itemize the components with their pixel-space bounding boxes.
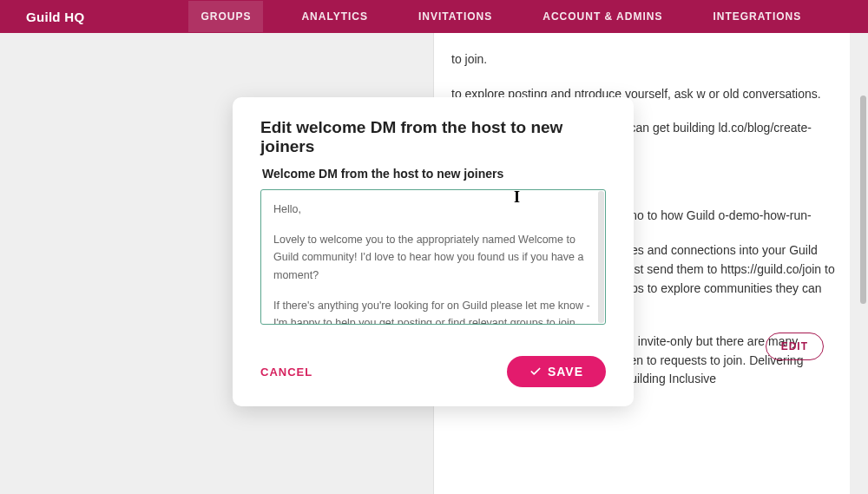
- brand-title: Guild HQ: [26, 10, 84, 24]
- edit-button[interactable]: EDIT: [766, 333, 824, 360]
- nav-groups[interactable]: GROUPS: [188, 1, 263, 32]
- body-text: to join.: [451, 50, 841, 69]
- edit-welcome-dm-modal: Edit welcome DM from the host to new joi…: [233, 97, 634, 406]
- nav-analytics[interactable]: ANALYTICS: [289, 1, 380, 32]
- nav-tabs: GROUPS ANALYTICS INVITATIONS ACCOUNT & A…: [188, 1, 813, 32]
- textarea-line: Hello,: [273, 201, 593, 219]
- page-scrollbar[interactable]: [860, 96, 866, 304]
- save-button-label: SAVE: [548, 365, 583, 379]
- nav-invitations[interactable]: INVITATIONS: [406, 1, 504, 32]
- nav-account-admins[interactable]: ACCOUNT & ADMINS: [530, 1, 674, 32]
- check-icon: [529, 366, 542, 378]
- modal-field-label: Welcome DM from the host to new joiners: [262, 167, 606, 181]
- save-button[interactable]: SAVE: [507, 356, 606, 387]
- modal-title: Edit welcome DM from the host to new joi…: [260, 118, 606, 156]
- textarea-line: If there's anything you're looking for o…: [273, 297, 593, 326]
- modal-actions: CANCEL SAVE: [260, 356, 606, 387]
- top-nav: Guild HQ GROUPS ANALYTICS INVITATIONS AC…: [0, 0, 868, 33]
- nav-integrations[interactable]: INTEGRATIONS: [700, 1, 813, 32]
- cancel-button[interactable]: CANCEL: [260, 366, 312, 379]
- textarea-scrollbar[interactable]: [598, 191, 604, 323]
- textarea-line: Lovely to welcome you to the appropriate…: [273, 231, 593, 285]
- welcome-dm-textarea[interactable]: Hello, Lovely to welcome you to the appr…: [260, 189, 606, 325]
